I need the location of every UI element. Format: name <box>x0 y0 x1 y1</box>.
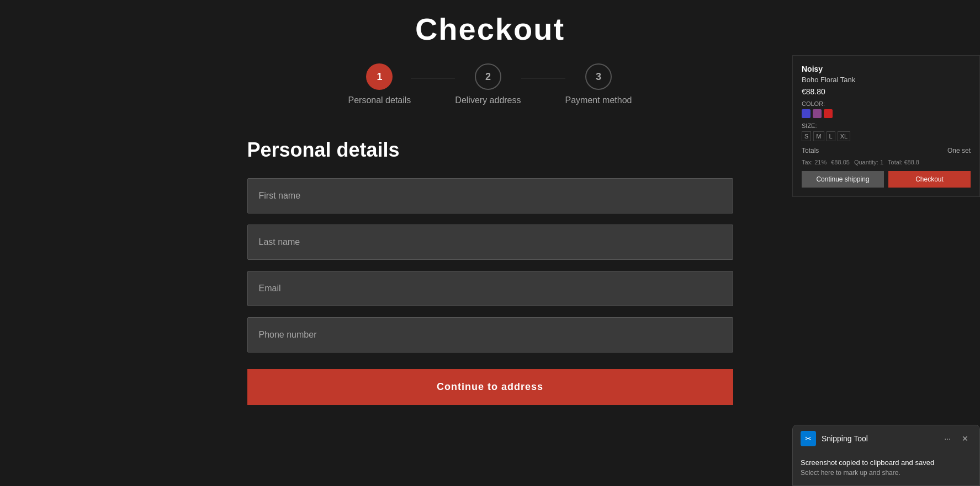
swatch-blue <box>802 109 811 118</box>
tax-detail: Tax: 21% <box>802 159 827 165</box>
size-label: SIZE: <box>802 122 971 129</box>
snipping-tool-controls: ··· ✕ <box>941 433 972 444</box>
continue-shipping-button[interactable]: Continue shipping <box>802 171 884 188</box>
page-title: Checkout <box>247 11 733 47</box>
totals-label: Totals <box>802 147 819 154</box>
snipping-tool-header: ✂ Snipping Tool ··· ✕ <box>793 425 979 452</box>
first-name-group <box>247 178 733 213</box>
step-1-label: Personal details <box>348 95 411 105</box>
snipping-tool-body[interactable]: Screenshot copied to clipboard and saved… <box>793 452 979 485</box>
first-name-input[interactable] <box>247 178 733 213</box>
product-summary-panel: Noisy Boho Floral Tank €88.80 COLOR: SIZ… <box>792 55 980 197</box>
totals-sub: One set <box>947 147 971 154</box>
product-name: Boho Floral Tank <box>802 76 971 84</box>
product-brand: Noisy <box>802 65 971 73</box>
totals-row: Totals One set <box>802 147 971 154</box>
size-m: M <box>813 131 824 141</box>
size-s: S <box>802 131 811 141</box>
step-3-label: Payment method <box>565 95 632 105</box>
phone-input[interactable] <box>247 317 733 353</box>
continue-button[interactable]: Continue to address <box>247 369 733 405</box>
snipping-more-button[interactable]: ··· <box>941 433 954 444</box>
step-1-circle: 1 <box>366 63 393 90</box>
product-price: €88.80 <box>802 87 971 96</box>
last-name-group <box>247 225 733 260</box>
step-3-circle: 3 <box>585 63 612 90</box>
phone-group <box>247 317 733 353</box>
swatch-red <box>824 109 833 118</box>
step-2-label: Delivery address <box>455 95 521 105</box>
color-label: COLOR: <box>802 100 971 107</box>
snipping-close-button[interactable]: ✕ <box>958 433 972 444</box>
color-swatches <box>802 109 971 118</box>
snipping-tool-left: ✂ Snipping Tool <box>801 431 868 446</box>
section-title: Personal details <box>247 138 733 162</box>
step-1: 1 Personal details <box>348 63 411 105</box>
snipping-message: Screenshot copied to clipboard and saved <box>801 458 972 467</box>
last-name-input[interactable] <box>247 225 733 260</box>
personal-details-form: Continue to address <box>247 178 733 405</box>
checkout-steps: 1 Personal details 2 Delivery address 3 … <box>247 63 733 105</box>
email-group <box>247 271 733 306</box>
checkout-button[interactable]: Checkout <box>888 171 971 188</box>
snipping-tool-icon: ✂ <box>801 431 816 446</box>
size-l: L <box>827 131 835 141</box>
total-detail: Total: €88.8 <box>888 159 919 165</box>
step-connector-2 <box>521 78 565 78</box>
swatch-purple <box>813 109 822 118</box>
step-connector-1 <box>411 78 455 78</box>
size-options: S M L XL <box>802 131 971 141</box>
quantity-detail: Quantity: 1 <box>854 159 883 165</box>
step-2-circle: 2 <box>475 63 501 90</box>
snipping-submessage: Select here to mark up and share. <box>801 469 972 477</box>
snipping-tool-title: Snipping Tool <box>822 434 868 443</box>
price-detail: €88.05 <box>831 159 850 165</box>
step-2: 2 Delivery address <box>455 63 521 105</box>
email-input[interactable] <box>247 271 733 306</box>
snipping-tool-panel: ✂ Snipping Tool ··· ✕ Screenshot copied … <box>792 425 980 486</box>
step-3: 3 Payment method <box>565 63 632 105</box>
side-panel-buttons: Continue shipping Checkout <box>802 171 971 188</box>
size-xl: XL <box>838 131 850 141</box>
totals-details: Tax: 21% €88.05 Quantity: 1 Total: €88.8 <box>802 159 971 165</box>
